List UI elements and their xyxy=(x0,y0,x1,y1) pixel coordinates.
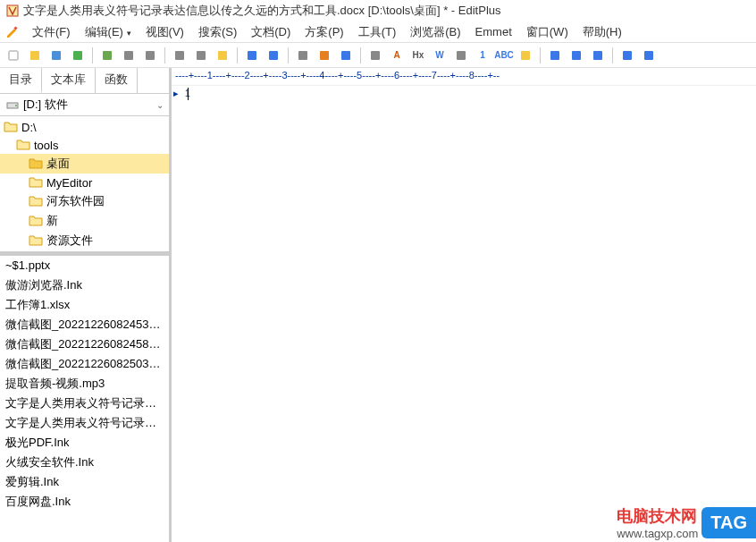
drive-label: [D:] 软件 xyxy=(23,97,156,113)
save-all-icon[interactable] xyxy=(68,46,88,65)
file-item[interactable]: 傲游浏览器.Ink xyxy=(0,275,169,295)
print-icon[interactable] xyxy=(119,46,139,65)
svg-rect-22 xyxy=(593,51,602,60)
column-icon[interactable]: 1 xyxy=(473,46,492,65)
menu-emmet[interactable]: Emmet xyxy=(468,23,519,40)
svg-rect-23 xyxy=(623,51,632,60)
file-item[interactable]: 极光PDF.Ink xyxy=(0,433,169,453)
svg-rect-19 xyxy=(521,51,530,60)
title-bar: 文字是人类用表义符号记录表达信息以传之久远的方式和工具.docx [D:\too… xyxy=(0,0,756,21)
file-item[interactable]: 文字是人类用表义符号记录表达 xyxy=(0,413,169,433)
help-icon[interactable] xyxy=(639,46,659,65)
folder-tree: D:\tools桌面MyEditor河东软件园新资源文件 xyxy=(0,116,169,255)
tree-node[interactable]: 新 xyxy=(0,211,169,231)
file-item[interactable]: 微信截图_20221226082503.pn xyxy=(0,354,169,374)
svg-rect-5 xyxy=(73,51,82,60)
menu-help[interactable]: 帮助(H) xyxy=(575,22,629,42)
tab-directory[interactable]: 目录 xyxy=(0,68,42,93)
watermark-tag: TAG xyxy=(701,507,756,538)
window2-icon[interactable] xyxy=(567,46,586,65)
folder-icon xyxy=(4,120,18,134)
svg-rect-17 xyxy=(371,51,380,60)
print-preview-icon[interactable] xyxy=(140,46,160,65)
watermark-text: 电脑技术网 xyxy=(617,505,698,527)
file-list: ~$1.pptx傲游浏览器.Ink工作簿1.xlsx微信截图_202212260… xyxy=(0,255,169,542)
menu-edit[interactable]: 编辑(E) ▾ xyxy=(78,22,139,42)
tab-cliptext[interactable]: 文本库 xyxy=(42,68,96,93)
browser-icon[interactable] xyxy=(617,46,637,65)
toolbar-separator xyxy=(612,47,613,64)
file-item[interactable]: 微信截图_20221226082453.pn xyxy=(0,315,169,335)
svg-rect-11 xyxy=(218,51,227,60)
svg-rect-7 xyxy=(124,51,133,60)
open-icon[interactable] xyxy=(25,46,45,65)
paste-icon[interactable] xyxy=(213,46,232,65)
menu-window[interactable]: 窗口(W) xyxy=(519,22,575,42)
drive-select[interactable]: [D:] 软件 ⌄ xyxy=(0,94,169,116)
undo-icon[interactable] xyxy=(242,46,262,65)
menu-document[interactable]: 文档(D) xyxy=(244,22,298,42)
replace-icon[interactable] xyxy=(315,46,334,65)
toolbar-separator xyxy=(540,47,541,64)
app-icon xyxy=(5,4,20,18)
w-icon[interactable]: W xyxy=(430,46,449,65)
file-item[interactable]: 爱剪辑.Ink xyxy=(0,472,169,492)
cut-icon[interactable] xyxy=(170,46,189,65)
file-item[interactable]: ~$1.pptx xyxy=(0,256,169,275)
edit-icon[interactable] xyxy=(5,25,20,39)
menu-view[interactable]: 视图(V) xyxy=(139,22,191,42)
svg-rect-21 xyxy=(572,51,581,60)
tree-node[interactable]: tools xyxy=(0,136,169,154)
tree-node[interactable]: D:\ xyxy=(0,118,169,136)
toolbar-separator xyxy=(360,47,361,64)
edit-area[interactable]: ▸ 1 xyxy=(172,86,756,542)
editor-area[interactable]: ----+----1----+----2----+----3----+----4… xyxy=(172,68,756,542)
watermark-url: www.tagxp.com xyxy=(617,527,698,540)
window3-icon[interactable] xyxy=(588,46,608,65)
find-icon[interactable] xyxy=(293,46,313,65)
tree-node[interactable]: MyEditor xyxy=(0,174,169,191)
tree-node[interactable]: 河东软件园 xyxy=(0,191,169,211)
sidebar-tabs: 目录 文本库 函数 xyxy=(0,68,169,94)
indent-icon[interactable] xyxy=(451,46,471,65)
file-item[interactable]: 微信截图_20221226082458.pn xyxy=(0,335,169,354)
window1-icon[interactable] xyxy=(545,46,565,65)
menu-project[interactable]: 方案(P) xyxy=(298,22,350,42)
svg-rect-10 xyxy=(197,51,206,60)
tree-node[interactable]: 桌面 xyxy=(0,154,169,174)
redo-icon[interactable] xyxy=(264,46,283,65)
svg-rect-24 xyxy=(644,51,653,60)
svg-rect-18 xyxy=(457,51,466,60)
menu-search[interactable]: 搜索(S) xyxy=(191,22,244,42)
svg-rect-20 xyxy=(550,51,559,60)
svg-point-26 xyxy=(15,105,17,106)
file-item[interactable]: 百度网盘.Ink xyxy=(0,492,169,512)
svg-rect-15 xyxy=(320,51,329,60)
toolbar-separator xyxy=(164,47,165,64)
svg-rect-16 xyxy=(341,51,350,60)
menu-tools[interactable]: 工具(T) xyxy=(351,22,404,42)
menu-browser[interactable]: 浏览器(B) xyxy=(403,22,467,42)
toolbar-separator xyxy=(237,47,238,64)
wordwrap-icon[interactable] xyxy=(365,46,385,65)
svg-rect-2 xyxy=(9,51,18,60)
reload-icon[interactable] xyxy=(97,46,117,65)
tree-node[interactable]: 资源文件 xyxy=(0,231,169,250)
tab-functions[interactable]: 函数 xyxy=(96,68,138,93)
menu-file[interactable]: 文件(F) xyxy=(25,22,78,42)
hex-icon[interactable]: Hx xyxy=(408,46,428,65)
bookmark-icon[interactable] xyxy=(516,46,535,65)
svg-rect-12 xyxy=(248,51,256,60)
new-icon[interactable] xyxy=(4,46,23,65)
toolbar-separator xyxy=(288,47,289,64)
save-icon[interactable] xyxy=(46,46,66,65)
abc-icon[interactable]: ABC xyxy=(494,46,514,65)
file-item[interactable]: 工作簿1.xlsx xyxy=(0,295,169,315)
copy-icon[interactable] xyxy=(191,46,211,65)
goto-icon[interactable] xyxy=(336,46,356,65)
file-item[interactable]: 文字是人类用表义符号记录表达 xyxy=(0,394,169,413)
file-item[interactable]: 火绒安全软件.Ink xyxy=(0,453,169,472)
font-size-icon[interactable]: A xyxy=(387,46,407,65)
toolbar-separator xyxy=(92,47,93,64)
file-item[interactable]: 提取音频-视频.mp3 xyxy=(0,374,169,394)
